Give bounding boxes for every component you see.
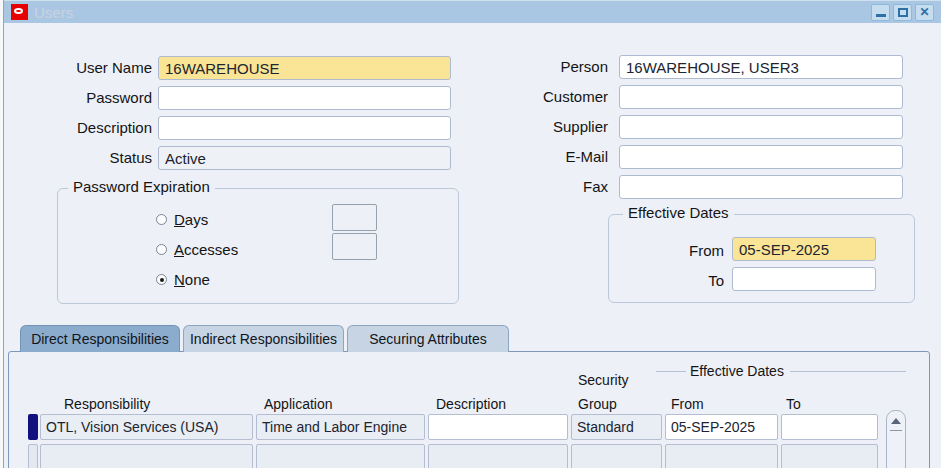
fax-label: Fax bbox=[478, 178, 608, 195]
customer-label: Customer bbox=[478, 88, 608, 105]
password-expiration-group: Password Expiration Days Accesses None bbox=[57, 188, 459, 304]
supplier-field[interactable] bbox=[619, 115, 903, 139]
table-vertical-scrollbar[interactable] bbox=[886, 410, 906, 468]
user-name-field[interactable]: 16WAREHOUSE bbox=[158, 56, 451, 80]
effective-dates-line-right bbox=[790, 371, 906, 372]
col-to-header: To bbox=[786, 396, 801, 412]
col-application-header: Application bbox=[264, 396, 333, 412]
maximize-icon bbox=[898, 8, 908, 17]
row1-application-cell[interactable]: Time and Labor Engine bbox=[256, 414, 425, 440]
maximize-button[interactable] bbox=[893, 4, 912, 21]
effective-to-label: To bbox=[629, 272, 724, 289]
window-controls: ✕ bbox=[871, 4, 934, 21]
col-description-header: Description bbox=[436, 396, 506, 412]
col-security-header-line1: Security bbox=[578, 372, 629, 388]
col-from-header: From bbox=[671, 396, 704, 412]
row2-responsibility-cell[interactable] bbox=[40, 444, 253, 468]
row2-application-cell[interactable] bbox=[256, 444, 425, 468]
col-responsibility-header: Responsibility bbox=[64, 396, 150, 412]
days-radio[interactable] bbox=[156, 214, 167, 225]
password-expiration-legend: Password Expiration bbox=[68, 178, 215, 195]
window-titlebar[interactable]: Users ✕ bbox=[4, 0, 941, 23]
password-label: Password bbox=[20, 89, 152, 106]
row2-description-cell[interactable] bbox=[428, 444, 568, 468]
effective-to-field[interactable] bbox=[732, 267, 876, 291]
close-button[interactable]: ✕ bbox=[915, 4, 934, 21]
record-indicator-row2[interactable] bbox=[28, 444, 38, 468]
days-radio-label[interactable]: Days bbox=[174, 211, 208, 228]
effective-dates-group: Effective Dates From 05-SEP-2025 To bbox=[608, 214, 915, 303]
effective-dates-line-left bbox=[656, 371, 686, 372]
row2-from-cell[interactable] bbox=[665, 444, 778, 468]
scroll-up-icon[interactable] bbox=[891, 418, 901, 424]
email-label: E-Mail bbox=[478, 148, 608, 165]
effective-from-field[interactable]: 05-SEP-2025 bbox=[732, 237, 876, 261]
record-indicator-row1[interactable] bbox=[28, 414, 38, 440]
person-field[interactable]: 16WAREHOUSE, USER3 bbox=[619, 55, 903, 79]
close-icon: ✕ bbox=[916, 5, 933, 20]
person-label: Person bbox=[478, 58, 608, 75]
days-input[interactable] bbox=[332, 204, 377, 231]
effective-from-label: From bbox=[629, 242, 724, 259]
supplier-label: Supplier bbox=[478, 118, 608, 135]
none-radio-label[interactable]: None bbox=[174, 271, 210, 288]
users-window: Users ✕ User Name 16WAREHOUSE Password D… bbox=[0, 0, 941, 468]
tab-securing-attributes[interactable]: Securing Attributes bbox=[347, 325, 509, 352]
row2-security-group-cell[interactable] bbox=[571, 444, 662, 468]
effective-dates-legend: Effective Dates bbox=[623, 204, 734, 221]
row1-description-cell[interactable] bbox=[428, 414, 568, 440]
status-field: Active bbox=[158, 146, 451, 170]
customer-field[interactable] bbox=[619, 85, 903, 109]
accesses-radio-label[interactable]: Accesses bbox=[174, 241, 238, 258]
row2-to-cell[interactable] bbox=[781, 444, 878, 468]
table-effective-dates-header: Effective Dates bbox=[690, 363, 784, 379]
email-field[interactable] bbox=[619, 145, 903, 169]
window-left-edge bbox=[0, 0, 4, 468]
accesses-input[interactable] bbox=[332, 233, 377, 260]
tab-direct-responsibilities[interactable]: Direct Responsibilities bbox=[20, 325, 180, 352]
user-name-label: User Name bbox=[20, 59, 152, 76]
none-radio[interactable] bbox=[156, 274, 167, 285]
password-field[interactable] bbox=[158, 86, 451, 110]
minimize-button[interactable] bbox=[871, 4, 890, 21]
minimize-icon bbox=[876, 14, 886, 17]
window-title: Users bbox=[34, 4, 73, 21]
scroll-thumb-edge bbox=[890, 430, 902, 431]
row1-from-cell[interactable]: 05-SEP-2025 bbox=[665, 414, 778, 440]
col-security-header-line2: Group bbox=[578, 396, 617, 412]
row1-to-cell[interactable] bbox=[781, 414, 878, 440]
description-field[interactable] bbox=[158, 116, 451, 140]
status-label: Status bbox=[20, 149, 152, 166]
row1-security-group-cell[interactable]: Standard bbox=[571, 414, 662, 440]
tab-indirect-responsibilities[interactable]: Indirect Responsibilities bbox=[183, 325, 344, 352]
accesses-radio[interactable] bbox=[156, 244, 167, 255]
oracle-logo-icon bbox=[11, 4, 28, 20]
description-label: Description bbox=[20, 119, 152, 136]
row1-responsibility-cell[interactable]: OTL, Vision Services (USA) bbox=[40, 414, 253, 440]
fax-field[interactable] bbox=[619, 175, 903, 199]
